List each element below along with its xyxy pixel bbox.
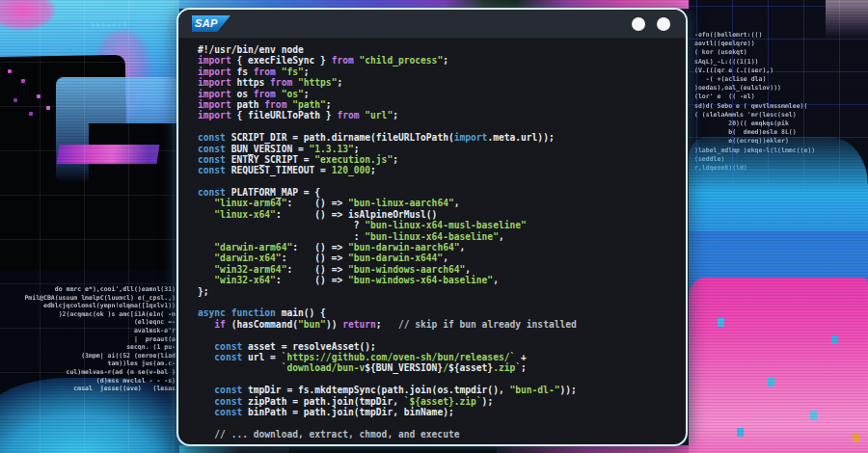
bg-dark-blob <box>89 123 185 345</box>
bg-pink-silhouette <box>95 31 150 120</box>
bg-tiny-glitch-text: 30Gu619 <box>91 21 128 28</box>
bg-grid-overlay-right <box>689 0 868 289</box>
code-line <box>198 330 682 340</box>
window-control-dot-2[interactable] <box>657 17 670 31</box>
code-line <box>198 121 682 132</box>
code-line: "darwin-x64": () => "bun-darwin-x644", <box>198 253 682 263</box>
code-line: }; <box>198 286 682 297</box>
code-line <box>198 176 682 187</box>
bg-glitch-text-right: -efn((bellemrt:(() aevtl((qeelqre)) ( ko… <box>694 31 864 173</box>
code-line <box>198 417 682 428</box>
bg-dark-blob <box>0 55 129 307</box>
bg-grid-overlay-left <box>0 0 179 453</box>
code-line: import https from "https"; <box>198 77 682 88</box>
code-line: "win32-arm64": () => "bun-windows-aarch6… <box>198 264 682 275</box>
code-line: const PLATFORM_MAP = { <box>198 187 682 198</box>
code-line <box>198 297 682 307</box>
sap-logo: SAP <box>192 15 231 32</box>
code-line: import fs from "fs"; <box>198 67 682 77</box>
code-line: import { fileURLToPath } from "url"; <box>198 110 682 120</box>
window-titlebar: SAP <box>178 10 686 39</box>
code-line: const ENTRY_SCRIPT = "execution.js"; <box>198 154 682 165</box>
bg-cyan-patch <box>56 77 179 183</box>
bg-bottom-black-block <box>289 447 497 453</box>
code-line: import { execFileSync } from "child_proc… <box>198 55 682 66</box>
bg-right-light-noise <box>826 0 868 39</box>
code-line <box>198 374 682 385</box>
code-line: const asset = resolveAsset(); <box>198 341 682 352</box>
code-line: const tmpDir = fs.mkdtempSync(path.join(… <box>198 385 682 395</box>
code-lines: #!/usr/bin/env nodeimport { execFileSync… <box>198 44 682 440</box>
code-line: // ... download, extract, chmod, and exe… <box>198 429 682 440</box>
code-line: const url = `https://github.com/oven-sh/… <box>198 352 682 362</box>
code-line: const zipPath = path.join(tmpDir, `${ass… <box>198 396 682 407</box>
code-line: "linux-x64": () => isAlpineOrMusl() <box>198 209 682 220</box>
code-line: "darwin-arm64": () => "bun-darwin-aarch6… <box>198 242 682 253</box>
code-line: const SCRIPT_DIR = path.dirname(fileURLT… <box>198 132 682 143</box>
code-line: "win32-x64": () => "bun-windows-x64-base… <box>198 275 682 285</box>
bg-right-blue-band <box>689 231 868 285</box>
bg-pink-corner-blob <box>0 0 56 31</box>
bg-right-pink-mass <box>689 278 868 453</box>
code-line: : "bun-linux-x64-baseline", <box>198 231 682 242</box>
code-line: `download/bun-v${BUN_VERSION}/${asset}.z… <box>198 362 682 373</box>
bg-left-panel <box>0 0 179 453</box>
code-line: async function main() { <box>198 307 682 318</box>
bg-glitch-text-left: do mmrc e*),cooi',dll()eamnl(31) Pmil@CB… <box>4 285 176 393</box>
code-line: import path from "path"; <box>198 99 682 110</box>
code-line: const REQUEST_TIMEOUT = 120_000; <box>198 165 682 175</box>
terminal-window: SAP #!/usr/bin/env nodeimport { execFile… <box>176 8 688 446</box>
bg-left-cyan-sky <box>0 0 179 164</box>
bg-right-panel <box>689 0 868 453</box>
bg-pink-speckles <box>718 318 724 327</box>
code-line: #!/usr/bin/env node <box>198 44 682 55</box>
bg-right-cyan-mass <box>689 137 868 296</box>
bg-bottom-gradient-strip <box>179 445 689 453</box>
code-line: const BUN_VERSION = "1.3.13"; <box>198 144 682 154</box>
bg-magenta-dots <box>8 69 12 73</box>
sap-logo-text: SAP <box>192 15 218 32</box>
code-line: import os from "os"; <box>198 89 682 99</box>
bg-magenta-streak <box>57 145 160 164</box>
code-line: if (hasCommand("bun")) return; // skip i… <box>198 319 682 330</box>
bg-dark-blob <box>0 270 179 424</box>
terminal-code-area[interactable]: #!/usr/bin/env nodeimport { execFileSync… <box>178 39 686 440</box>
code-line: const binPath = path.join(tmpDir, binNam… <box>198 407 682 417</box>
code-line: ? "bun-linux-x64-musl-baseline" <box>198 220 682 230</box>
code-line: "linux-arm64": () => "bun-linux-aarch64"… <box>198 198 682 208</box>
glitch-desktop: do mmrc e*),cooi',dll()eamnl(31) Pmil@CB… <box>0 0 868 453</box>
window-control-dot-1[interactable] <box>632 17 645 31</box>
